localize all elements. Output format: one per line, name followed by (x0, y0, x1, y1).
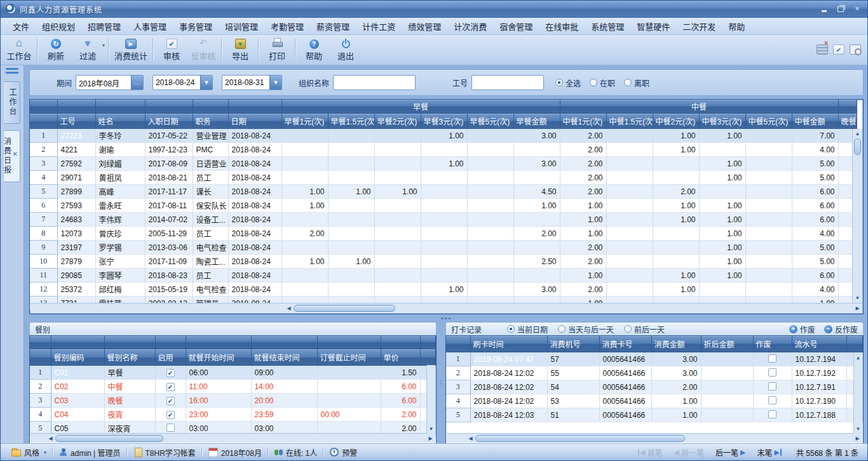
horizontal-scrollbar[interactable]: ◀ ▶ (31, 433, 435, 443)
cell[interactable]: 1.00 (421, 129, 467, 143)
cell[interactable] (606, 129, 653, 143)
cell[interactable] (653, 227, 699, 241)
cell[interactable]: 0005641466 (599, 394, 651, 408)
cell[interactable]: 00:00 (317, 408, 381, 422)
cell[interactable]: 2018-08-24 (228, 185, 281, 199)
cell[interactable]: 5.00 (792, 255, 838, 269)
toolbar-button-退出[interactable]: 退出 (330, 38, 362, 63)
row-number[interactable]: 2 (30, 380, 51, 394)
horizontal-scrollbar[interactable]: ◀ ▶ (447, 433, 862, 443)
cell[interactable] (281, 129, 328, 143)
column-header-工号[interactable]: 工号 (57, 114, 95, 129)
scroll-left-icon[interactable]: ◀ (466, 434, 475, 443)
cell[interactable]: 23:00 (186, 408, 251, 422)
cell[interactable] (374, 171, 421, 185)
checkbox[interactable] (166, 369, 175, 377)
cell[interactable] (745, 241, 792, 255)
cell[interactable]: 2018-08-24 (228, 199, 281, 213)
column-header-刷卡时间[interactable]: 刷卡时间 (470, 336, 547, 352)
cell[interactable] (745, 171, 792, 185)
chevron-down-icon[interactable]: ▾ (44, 450, 46, 455)
toolbar-button-审核[interactable]: 审核 (156, 37, 187, 63)
cell[interactable]: 2.00 (651, 380, 701, 394)
column-header-中餐金额[interactable]: 中餐金额 (792, 114, 838, 129)
cell[interactable]: 电气检查 (193, 283, 228, 297)
cell[interactable] (606, 269, 653, 283)
delete-rows-icon[interactable] (817, 44, 828, 55)
toolbar-button-导出[interactable]: 导出 (224, 37, 256, 63)
scroll-right-icon[interactable]: ▶ (853, 434, 862, 443)
scroll-down-icon[interactable]: ▼ (853, 293, 862, 303)
column-header-姓名[interactable]: 姓名 (95, 114, 145, 129)
cell[interactable]: 1.00 (699, 213, 745, 227)
cell[interactable]: 高峰 (95, 185, 145, 199)
cell[interactable]: 1.00 (653, 143, 699, 157)
row-number[interactable]: 1 (30, 129, 57, 143)
column-header-订餐截止时间[interactable]: 订餐截止时间 (317, 349, 381, 366)
scroll-up-icon[interactable]: ▲ (853, 353, 863, 363)
cell[interactable] (699, 283, 745, 297)
nav-后一笔[interactable]: 后一笔▶ (711, 447, 750, 458)
column-header-职务[interactable]: 职务 (193, 114, 228, 129)
menu-item-帮助[interactable]: 帮助 (722, 18, 750, 34)
ellipsis-button[interactable]: … (131, 76, 143, 90)
scroll-thumb[interactable] (55, 435, 163, 442)
cell[interactable]: 1.00 (699, 199, 745, 213)
cell[interactable]: 曾庆珍 (95, 227, 145, 241)
cell[interactable] (421, 143, 467, 157)
cell[interactable] (467, 199, 513, 213)
menu-item-事务管理[interactable]: 事务管理 (173, 18, 218, 34)
column-header-早餐1.5元(次)[interactable]: 早餐1.5元(次) (328, 114, 374, 129)
column-header-启用[interactable]: 启用 (155, 349, 186, 366)
horizontal-scrollbar[interactable]: ◀ ▶ (31, 303, 862, 313)
cell[interactable]: 57 (547, 352, 599, 366)
cell[interactable]: 2018-08-24 12:02 (470, 394, 547, 408)
row-number[interactable]: 3 (446, 380, 470, 394)
cell[interactable]: 2018-08-24 12:02 (470, 366, 547, 380)
cell[interactable]: 7.00 (792, 129, 838, 143)
cell[interactable]: 1.00 (653, 129, 699, 143)
cell[interactable]: 2018-08-24 (228, 241, 281, 255)
cell[interactable] (421, 199, 467, 213)
cell[interactable]: 1.00 (281, 199, 328, 213)
cell[interactable] (606, 227, 653, 241)
restore-button[interactable] (834, 4, 847, 14)
cell[interactable]: 1.00 (560, 227, 606, 241)
cell[interactable]: 1.00 (560, 213, 606, 227)
cell[interactable]: 2018-08-24 12:03 (470, 408, 547, 422)
row-number[interactable]: 2 (446, 366, 470, 380)
cell[interactable] (606, 157, 653, 171)
cell[interactable] (467, 157, 513, 171)
row-number[interactable]: 9 (30, 241, 57, 255)
cell[interactable]: 5.00 (792, 241, 838, 255)
cell[interactable] (281, 143, 328, 157)
checkbox[interactable] (768, 396, 776, 404)
toolbar-button-工作台[interactable]: 工作台 (3, 36, 35, 63)
cell[interactable]: 2017-11-09 (145, 255, 193, 269)
column-header-餐别名称[interactable]: 餐别名称 (104, 349, 155, 366)
menu-item-宿舍管理[interactable]: 宿舍管理 (494, 18, 538, 34)
cell[interactable]: 张宁 (95, 255, 145, 269)
cell[interactable]: 25372 (57, 283, 95, 297)
cell[interactable] (328, 157, 374, 171)
row-number[interactable]: 3 (30, 157, 57, 171)
row-number[interactable]: 1 (446, 352, 470, 366)
scroll-thumb[interactable] (854, 138, 861, 155)
cell[interactable] (421, 241, 467, 255)
column-header-早餐1元(次)[interactable]: 早餐1元(次) (281, 114, 328, 129)
column-header-餐别编码[interactable]: 餐别编码 (51, 349, 104, 366)
cell[interactable]: 2018-08-24 (228, 269, 281, 283)
menu-item-人事管理[interactable]: 人事管理 (128, 18, 172, 34)
cell[interactable]: 1.00 (651, 394, 701, 408)
cell[interactable] (745, 129, 792, 143)
cell[interactable]: 2.00 (560, 283, 606, 297)
cell[interactable] (467, 255, 513, 269)
cell[interactable]: 李圆琴 (95, 269, 145, 283)
cell[interactable]: 3.00 (513, 129, 560, 143)
cell[interactable] (374, 199, 421, 213)
checkbox[interactable] (166, 397, 175, 405)
cell[interactable]: 1.00 (560, 269, 606, 283)
table-tools-icon[interactable] (850, 44, 861, 55)
cell[interactable]: 1.00 (653, 283, 699, 297)
tab-close-icon[interactable]: ✕ (13, 150, 18, 157)
